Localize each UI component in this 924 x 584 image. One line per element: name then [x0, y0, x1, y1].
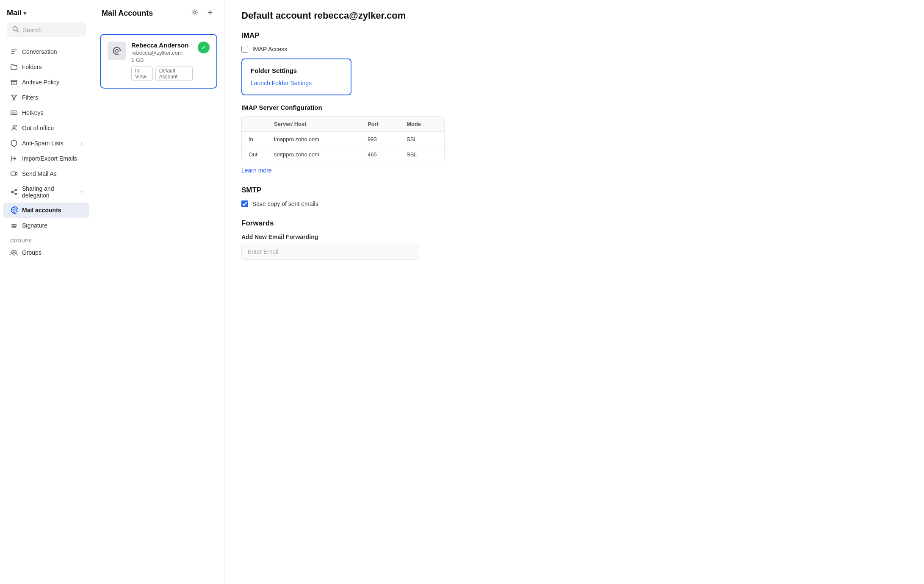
sidebar: Mail ▾ Conversation Folders	[0, 0, 93, 584]
svg-point-24	[194, 11, 196, 13]
imap-access-checkbox[interactable]	[241, 46, 248, 53]
signature-icon	[10, 222, 18, 229]
svg-point-20	[14, 224, 16, 226]
settings-button[interactable]	[189, 7, 200, 20]
smtp-save-copy-row: Save copy of sent emails	[241, 200, 907, 207]
sidebar-item-mail-accounts[interactable]: Mail accounts	[3, 203, 89, 218]
svg-rect-12	[11, 172, 16, 175]
account-card[interactable]: Rebecca Anderson rebecca@zylker.com 1 GB…	[100, 34, 217, 89]
save-copy-label[interactable]: Save copy of sent emails	[252, 200, 318, 207]
server-config-title: IMAP Server Configuration	[241, 104, 907, 111]
in-view-tag: In View	[131, 67, 153, 81]
sidebar-item-out-of-office[interactable]: Out of office	[3, 120, 89, 136]
svg-line-16	[13, 190, 15, 192]
sidebar-item-archive-policy[interactable]: Archive Policy	[3, 75, 89, 90]
middle-panel-title: Mail Accounts	[102, 9, 153, 18]
account-tags: In View Default Account	[131, 67, 193, 81]
email-forwarding-input[interactable]	[241, 244, 419, 260]
svg-point-19	[12, 224, 14, 226]
table-row: In imappro.zoho.com 993 SSL	[242, 132, 444, 147]
svg-point-15	[15, 193, 17, 195]
folder-icon	[10, 63, 18, 71]
sidebar-item-conversation[interactable]: Conversation	[3, 44, 89, 59]
send-as-icon	[10, 170, 18, 178]
sidebar-item-import-export[interactable]: Import/Export Emails	[3, 151, 89, 166]
table-header-direction	[242, 117, 267, 132]
svg-point-9	[13, 126, 15, 128]
sidebar-item-anti-spam[interactable]: Anti-Spam Lists ›	[3, 136, 89, 151]
svg-line-1	[17, 31, 19, 33]
middle-header-icons	[189, 7, 216, 20]
sidebar-header: Mail ▾	[0, 7, 93, 44]
groups-section-label: GROUPS	[0, 233, 93, 245]
add-account-button[interactable]	[205, 7, 216, 20]
search-bar[interactable]	[7, 22, 86, 37]
default-account-tag: Default Account	[155, 67, 193, 81]
save-copy-checkbox[interactable]	[241, 200, 248, 207]
out-of-office-icon	[10, 124, 18, 132]
table-header-port: Port	[361, 117, 400, 132]
account-verified-icon: ✓	[198, 42, 210, 53]
forwards-section: Forwards Add New Email Forwarding	[241, 219, 907, 260]
account-email: rebecca@zylker.com	[131, 50, 193, 56]
table-header-server: Server/ Host	[267, 117, 361, 132]
account-avatar	[108, 42, 126, 60]
sidebar-item-hotkeys[interactable]: Hotkeys	[3, 105, 89, 120]
smtp-section-title: SMTP	[241, 186, 907, 195]
search-icon	[12, 25, 19, 34]
server-in: imappro.zoho.com	[267, 132, 361, 147]
sidebar-item-folders[interactable]: Folders	[3, 59, 89, 75]
nav-items: Conversation Folders Archive Policy Filt…	[0, 44, 93, 577]
sidebar-item-signature[interactable]: Signature	[3, 218, 89, 233]
svg-point-14	[15, 189, 17, 191]
sidebar-item-send-mail-as[interactable]: Send Mail As	[3, 166, 89, 181]
server-out: smtppro.zoho.com	[267, 147, 361, 162]
folder-settings-box: Folder Settings Launch Folder Settings	[241, 58, 351, 95]
sidebar-item-filters[interactable]: Filters	[3, 90, 89, 105]
sharing-chevron: ›	[81, 189, 83, 195]
svg-rect-2	[11, 81, 17, 82]
anti-spam-chevron: ›	[81, 140, 83, 146]
sidebar-item-sharing-delegation[interactable]: Sharing and delegation ›	[3, 181, 89, 203]
account-name: Rebecca Anderson	[131, 42, 193, 49]
forwards-section-title: Forwards	[241, 219, 907, 228]
imap-access-label[interactable]: IMAP Access	[252, 46, 287, 53]
filter-icon	[10, 94, 18, 101]
account-info: Rebecca Anderson rebecca@zylker.com 1 GB…	[131, 42, 193, 81]
sidebar-item-groups[interactable]: Groups	[3, 245, 89, 260]
svg-line-17	[13, 192, 15, 194]
search-input[interactable]	[23, 27, 81, 33]
group-icon	[10, 249, 18, 256]
main-content: Default account rebecca@zylker.com IMAP …	[224, 0, 924, 584]
learn-more-link[interactable]: Learn more	[241, 167, 272, 174]
archive-icon	[10, 78, 18, 86]
import-icon	[10, 155, 18, 162]
server-config-table: Server/ Host Port Mode In imappro.zoho.c…	[241, 116, 445, 162]
at-icon	[10, 206, 18, 214]
launch-folder-settings-link[interactable]: Launch Folder Settings	[251, 80, 312, 86]
table-row: Out smtppro.zoho.com 465 SSL	[242, 147, 444, 162]
smtp-section: SMTP Save copy of sent emails	[241, 186, 907, 207]
main-title: Default account rebecca@zylker.com	[241, 10, 907, 21]
direction-out: Out	[242, 147, 267, 162]
shield-icon	[10, 139, 18, 147]
svg-point-13	[11, 191, 13, 193]
svg-point-0	[13, 27, 17, 31]
svg-point-27	[115, 49, 118, 52]
conversation-icon	[10, 48, 18, 56]
imap-section: IMAP IMAP Access Folder Settings Launch …	[241, 31, 907, 174]
direction-in: In	[242, 132, 267, 147]
svg-point-23	[14, 251, 16, 253]
app-title-chevron: ▾	[23, 10, 26, 17]
account-storage: 1 GB	[131, 57, 193, 63]
imap-section-title: IMAP	[241, 31, 907, 40]
app-title[interactable]: Mail ▾	[7, 8, 86, 17]
add-forwarding-label: Add New Email Forwarding	[241, 234, 907, 240]
middle-header: Mail Accounts	[93, 0, 224, 27]
share-icon	[10, 188, 18, 196]
mode-out: SSL	[400, 147, 444, 162]
svg-point-22	[12, 251, 14, 253]
svg-marker-3	[11, 95, 17, 100]
imap-access-row: IMAP Access	[241, 46, 907, 53]
port-in: 993	[361, 132, 400, 147]
